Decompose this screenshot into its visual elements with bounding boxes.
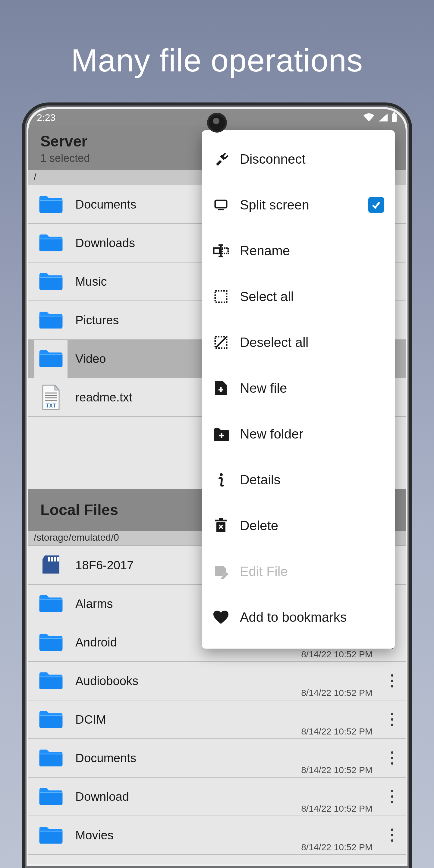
promo-title: Many file operations bbox=[0, 0, 434, 97]
menu-item-label: Select all bbox=[240, 289, 294, 304]
file-name-label: Movies bbox=[75, 829, 114, 842]
svg-rect-14 bbox=[218, 209, 224, 210]
file-icon-wrap bbox=[34, 546, 67, 584]
file-icon-wrap bbox=[34, 185, 67, 223]
file-name-label: Pictures bbox=[75, 313, 119, 327]
file-name-label: Alarms bbox=[75, 597, 113, 611]
file-icon-wrap bbox=[34, 739, 67, 777]
menu-item-details[interactable]: Details bbox=[202, 457, 395, 503]
status-time: 2:23 bbox=[37, 112, 56, 123]
file-icon-wrap bbox=[34, 224, 67, 262]
file-row[interactable]: Movies 8/14/22 10:52 PM bbox=[28, 816, 406, 855]
file-icon-wrap bbox=[34, 301, 67, 339]
folder-icon bbox=[38, 786, 64, 807]
folder-icon bbox=[38, 825, 64, 845]
menu-item-label: Edit File bbox=[240, 564, 288, 579]
context-menu: Disconnect Split screen Rename Select al… bbox=[202, 130, 395, 649]
folder-icon bbox=[38, 748, 64, 768]
menu-item-rename[interactable]: Rename bbox=[202, 228, 395, 274]
svg-rect-11 bbox=[222, 153, 226, 157]
menu-item-label: Split screen bbox=[240, 197, 309, 213]
file-icon-wrap bbox=[34, 816, 67, 854]
screen: 2:23 Server 1 selected / Documents Downl… bbox=[28, 109, 406, 864]
new-file-icon bbox=[210, 380, 231, 396]
more-options-button[interactable] bbox=[384, 790, 400, 803]
more-options-button[interactable] bbox=[384, 674, 400, 687]
menu-item-delete[interactable]: Delete bbox=[202, 503, 395, 549]
folder-icon bbox=[38, 671, 64, 691]
file-icon-wrap bbox=[34, 378, 67, 416]
file-date: 8/14/22 10:52 PM bbox=[301, 726, 373, 737]
heart-icon bbox=[210, 610, 231, 624]
svg-rect-12 bbox=[224, 155, 228, 159]
svg-rect-16 bbox=[222, 248, 228, 253]
file-name-label: Android bbox=[75, 636, 117, 649]
svg-rect-29 bbox=[215, 520, 227, 521]
file-name-label: Downloads bbox=[75, 236, 135, 250]
info-icon bbox=[210, 472, 231, 487]
split-icon bbox=[210, 197, 231, 213]
device-frame: 2:23 Server 1 selected / Documents Downl… bbox=[22, 102, 412, 868]
more-options-button[interactable] bbox=[384, 713, 400, 726]
file-name-label: 18F6-2017 bbox=[75, 558, 133, 572]
txt-file-icon bbox=[40, 384, 61, 410]
svg-line-22 bbox=[216, 337, 226, 347]
svg-rect-10 bbox=[393, 113, 396, 114]
file-row[interactable]: Audiobooks 8/14/22 10:52 PM bbox=[28, 662, 406, 701]
menu-item-editfile: Edit File bbox=[202, 549, 395, 594]
more-options-button[interactable] bbox=[384, 751, 400, 765]
menu-item-newfolder[interactable]: New folder bbox=[202, 411, 395, 457]
cell-signal-icon bbox=[378, 113, 388, 122]
menu-item-bookmark[interactable]: Add to bookmarks bbox=[202, 594, 395, 640]
battery-icon bbox=[391, 113, 397, 123]
file-row[interactable]: Download 8/14/22 10:52 PM bbox=[28, 778, 406, 816]
menu-item-label: Disconnect bbox=[240, 152, 306, 167]
menu-item-selectall[interactable]: Select all bbox=[202, 274, 395, 319]
file-name-label: Documents bbox=[75, 751, 136, 765]
menu-item-label: Rename bbox=[240, 243, 290, 258]
file-date: 8/14/22 10:52 PM bbox=[301, 804, 373, 814]
menu-item-disconnect[interactable]: Disconnect bbox=[202, 136, 395, 182]
file-icon-wrap bbox=[34, 662, 67, 700]
file-icon-wrap bbox=[34, 701, 67, 738]
menu-item-label: Deselect all bbox=[240, 335, 308, 350]
folder-icon bbox=[38, 194, 64, 215]
file-date: 8/14/22 10:52 PM bbox=[301, 649, 373, 659]
svg-rect-15 bbox=[214, 248, 220, 253]
menu-item-label: Delete bbox=[240, 518, 278, 533]
svg-rect-9 bbox=[392, 114, 397, 122]
file-icon-wrap bbox=[34, 778, 67, 815]
file-date: 8/14/22 10:52 PM bbox=[301, 765, 373, 775]
file-name-label: Video bbox=[75, 352, 106, 366]
menu-item-split[interactable]: Split screen bbox=[202, 182, 395, 228]
file-date: 8/14/22 10:52 PM bbox=[301, 842, 373, 852]
more-options-button[interactable] bbox=[384, 829, 400, 842]
file-row[interactable]: Documents 8/14/22 10:52 PM bbox=[28, 739, 406, 778]
file-name-label: Download bbox=[75, 790, 129, 804]
folder-icon bbox=[38, 632, 64, 652]
menu-item-newfile[interactable]: New file bbox=[202, 365, 395, 411]
file-date: 8/14/22 10:52 PM bbox=[301, 688, 373, 698]
plug-icon bbox=[210, 152, 231, 167]
new-folder-icon bbox=[210, 427, 231, 441]
folder-icon bbox=[38, 593, 64, 614]
folder-icon bbox=[38, 709, 64, 730]
status-right-icons bbox=[363, 113, 397, 123]
menu-item-label: Details bbox=[240, 472, 281, 487]
svg-rect-30 bbox=[219, 518, 223, 520]
file-row[interactable]: DCIM 8/14/22 10:52 PM bbox=[28, 701, 406, 739]
file-name-label: DCIM bbox=[75, 713, 106, 726]
file-icon-wrap bbox=[34, 585, 67, 623]
sdcard-icon bbox=[40, 554, 62, 576]
menu-item-deselectall[interactable]: Deselect all bbox=[202, 319, 395, 365]
folder-icon bbox=[38, 310, 64, 330]
menu-item-label: New file bbox=[240, 381, 287, 396]
edit-icon bbox=[210, 564, 231, 579]
svg-rect-13 bbox=[215, 200, 227, 208]
folder-icon bbox=[38, 271, 64, 292]
deselect-all-icon bbox=[210, 335, 231, 350]
folder-icon bbox=[38, 348, 64, 369]
file-name-label: Documents bbox=[75, 198, 136, 211]
svg-point-27 bbox=[220, 473, 223, 476]
file-icon-wrap bbox=[34, 623, 67, 661]
